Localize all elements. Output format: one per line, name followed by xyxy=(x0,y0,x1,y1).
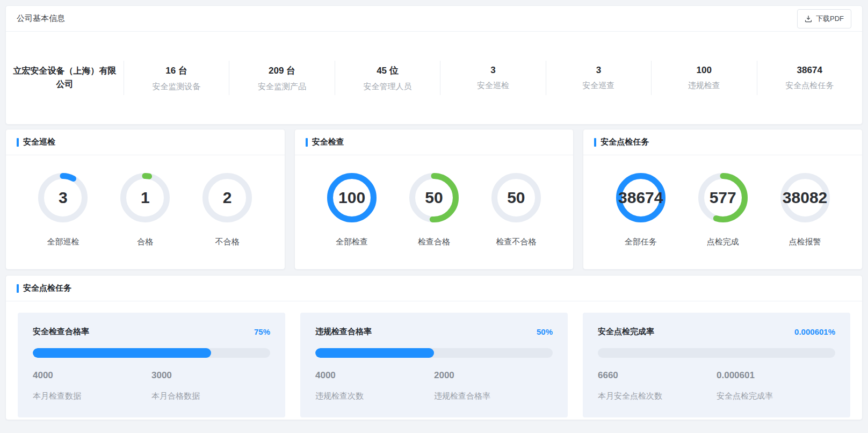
donut-stat-check-pass: 50 检查合格 xyxy=(409,173,459,247)
download-pdf-label: 下载PDF xyxy=(816,14,844,24)
donut-value: 3 xyxy=(38,173,88,222)
company-stats-row: 立宏安全设备（上海）有限公司 16 台 安全监测设备 209 台 安全监测产品 … xyxy=(6,32,862,124)
stat-value: 100 xyxy=(697,65,712,76)
stat-label: 安全点检任务 xyxy=(785,81,834,91)
panel-stat-label: 违规检查合格率 xyxy=(434,391,553,401)
safety-check-card: 安全检查 100 全部检查 50 检查合格 xyxy=(294,129,574,270)
stat-value: 16 台 xyxy=(165,64,187,77)
donut-ring-chart: 38674 xyxy=(616,173,666,222)
panel-spot-check-completion-rate: 安全点检完成率 0.000601% 6660 本月安全点检次数 0.000601… xyxy=(583,313,850,417)
stat-label: 安全巡查 xyxy=(582,81,614,91)
panel-stat-label: 违规检查次数 xyxy=(315,391,434,401)
donut-stat-tasks-alarm: 38082 点检报警 xyxy=(780,173,830,247)
donut-value: 38082 xyxy=(780,173,830,222)
download-pdf-button[interactable]: 下载PDF xyxy=(797,9,851,28)
stat-label: 安全监测产品 xyxy=(258,82,306,92)
donut-ring-chart: 577 xyxy=(698,173,748,222)
card-header: 安全点检任务 xyxy=(583,129,862,155)
stat-value: 3 xyxy=(490,65,495,76)
progress-bar xyxy=(33,348,270,358)
donut-value: 50 xyxy=(409,173,459,222)
card-header: 安全点检任务 xyxy=(6,276,862,301)
accent-bar xyxy=(594,138,596,147)
progress-bar xyxy=(598,348,835,358)
card-title: 安全检查 xyxy=(312,137,344,147)
card-header: 安全检查 xyxy=(295,129,574,155)
panel-stat-value: 6660 xyxy=(598,370,717,381)
panel-stat: 0.000601 安全点检完成率 xyxy=(717,370,835,401)
panel-check-pass-rate: 安全检查合格率 75% 4000 本月检查数据 3000 本月合格数据 xyxy=(18,313,285,417)
donut-label: 点检完成 xyxy=(707,237,739,247)
stat-safety-inspection-tour: 3 安全巡查 xyxy=(546,61,652,95)
accent-bar xyxy=(306,138,308,147)
donut-label: 全部任务 xyxy=(625,237,657,247)
donut-stat-unqualified: 2 不合格 xyxy=(202,173,252,247)
panel-percent: 75% xyxy=(254,327,270,336)
panel-stats: 4000 违规检查次数 2000 违规检查合格率 xyxy=(315,370,553,401)
donut-stat-total-tasks: 38674 全部任务 xyxy=(616,173,666,247)
donut-label: 不合格 xyxy=(215,237,240,247)
stat-label: 安全管理人员 xyxy=(363,82,411,92)
donut-ring-chart: 38082 xyxy=(780,173,830,222)
panel-percent: 0.000601% xyxy=(794,327,835,336)
panel-header: 安全检查合格率 75% xyxy=(33,327,270,337)
stat-monitor-devices: 16 台 安全监测设备 xyxy=(124,61,229,95)
stat-value: 3 xyxy=(596,65,601,76)
card-title: 安全巡检 xyxy=(23,137,55,147)
card-title: 安全点检任务 xyxy=(601,137,649,147)
panel-stat-value: 4000 xyxy=(315,370,434,381)
donut-ring-chart: 50 xyxy=(491,173,541,222)
donut-row: 38674 全部任务 577 点检完成 38082 点检报 xyxy=(583,155,862,247)
donut-ring-chart: 50 xyxy=(409,173,459,222)
donut-stat-qualified: 1 合格 xyxy=(120,173,170,247)
panel-stat: 2000 违规检查合格率 xyxy=(434,370,553,401)
panel-percent: 50% xyxy=(537,327,553,336)
panel-stat: 3000 本月合格数据 xyxy=(151,370,270,401)
progress-bar-fill xyxy=(33,348,211,358)
donut-stat-total-patrol: 3 全部巡检 xyxy=(38,173,88,247)
company-info-header: 公司基本信息 下载PDF xyxy=(6,6,862,32)
accent-bar xyxy=(17,138,19,147)
stat-value: 45 位 xyxy=(377,64,399,77)
panel-stats: 4000 本月检查数据 3000 本月合格数据 xyxy=(33,370,270,401)
stat-value: 209 台 xyxy=(269,64,295,77)
donut-ring-chart: 100 xyxy=(327,173,377,222)
card-title: 安全点检任务 xyxy=(23,283,71,293)
donut-stat-tasks-done: 577 点检完成 xyxy=(698,173,748,247)
stat-monitor-products: 209 台 安全监测产品 xyxy=(229,61,335,95)
company-name: 立宏安全设备（上海）有限公司 xyxy=(11,64,118,91)
progress-bar xyxy=(315,348,553,358)
stat-safety-patrol: 3 安全巡检 xyxy=(440,61,546,95)
stat-label: 违规检查 xyxy=(688,81,720,91)
spot-check-tasks-card: 安全点检任务 38674 全部任务 577 点检完成 xyxy=(583,129,863,270)
donut-value: 1 xyxy=(120,173,170,222)
donut-label: 全部巡检 xyxy=(47,237,79,247)
donut-row: 100 全部检查 50 检查合格 50 检查不合格 xyxy=(295,155,574,247)
panel-header: 安全点检完成率 0.000601% xyxy=(598,327,835,337)
panel-stat: 4000 违规检查次数 xyxy=(315,370,434,401)
donut-label: 合格 xyxy=(137,237,153,247)
panel-stat-value: 2000 xyxy=(434,370,553,381)
panel-stat: 4000 本月检查数据 xyxy=(33,370,151,401)
panel-stat-value: 0.000601 xyxy=(717,370,835,381)
donut-stat-check-fail: 50 检查不合格 xyxy=(491,173,541,247)
accent-bar xyxy=(17,284,19,293)
stat-value: 38674 xyxy=(797,65,822,76)
panel-header: 违规检查合格率 50% xyxy=(315,327,553,337)
donut-label: 全部检查 xyxy=(336,237,368,247)
stat-label: 安全巡检 xyxy=(477,81,509,91)
company-name-cell: 立宏安全设备（上海）有限公司 xyxy=(6,61,124,95)
donut-label: 点检报警 xyxy=(789,237,821,247)
panel-stat-label: 本月安全点检次数 xyxy=(598,391,717,401)
donut-value: 50 xyxy=(491,173,541,222)
panel-title: 安全点检完成率 xyxy=(598,327,654,337)
donut-value: 2 xyxy=(202,173,252,222)
panel-stat-value: 3000 xyxy=(151,370,270,381)
panel-violation-pass-rate: 违规检查合格率 50% 4000 违规检查次数 2000 违规检查合格率 xyxy=(300,313,568,417)
download-icon xyxy=(805,15,812,23)
donut-value: 577 xyxy=(698,173,748,222)
donut-stat-total-checks: 100 全部检查 xyxy=(327,173,377,247)
panel-stat: 6660 本月安全点检次数 xyxy=(598,370,717,401)
donut-ring-chart: 2 xyxy=(202,173,252,222)
company-info-title: 公司基本信息 xyxy=(17,13,65,24)
